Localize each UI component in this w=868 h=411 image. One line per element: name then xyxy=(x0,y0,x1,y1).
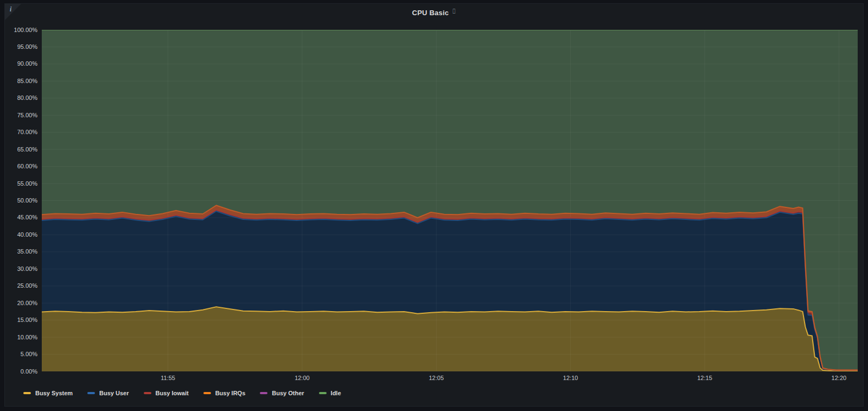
cpu-basic-panel: i CPU Basic ⌷ 100.00%95.00%90.00%85.00%8… xyxy=(4,3,864,407)
legend-item-idle[interactable]: Idle xyxy=(319,390,341,396)
y-tick-label: 100.00% xyxy=(5,27,37,33)
y-tick-label: 75.00% xyxy=(5,112,37,118)
stacked-area-chart xyxy=(42,30,858,371)
y-tick-label: 50.00% xyxy=(5,197,37,204)
y-tick-label: 35.00% xyxy=(5,248,37,255)
x-tick-label: 12:10 xyxy=(563,375,578,381)
y-tick-label: 20.00% xyxy=(5,300,37,306)
panel-header[interactable]: CPU Basic ⌷ xyxy=(5,4,863,21)
legend-item-busy-system[interactable]: Busy System xyxy=(23,390,73,396)
legend: Busy SystemBusy UserBusy IowaitBusy IRQs… xyxy=(23,390,341,396)
x-tick-label: 12:05 xyxy=(429,375,444,381)
legend-swatch-busy-system xyxy=(23,392,31,394)
legend-label-busy-irqs: Busy IRQs xyxy=(215,390,246,396)
legend-label-busy-system: Busy System xyxy=(35,390,73,396)
y-tick-label: 60.00% xyxy=(5,163,37,169)
legend-item-busy-user[interactable]: Busy User xyxy=(87,390,129,396)
x-tick-label: 12:20 xyxy=(832,375,847,381)
legend-swatch-busy-irqs xyxy=(203,392,211,394)
legend-label-busy-iowait: Busy Iowait xyxy=(156,390,189,396)
grafana-panel-page: i CPU Basic ⌷ 100.00%95.00%90.00%85.00%8… xyxy=(0,0,868,411)
gridlines xyxy=(42,30,858,371)
y-tick-label: 5.00% xyxy=(5,351,37,357)
y-tick-label: 80.00% xyxy=(5,94,37,101)
legend-swatch-busy-iowait xyxy=(144,392,151,394)
y-tick-label: 25.00% xyxy=(5,282,37,289)
legend-swatch-busy-other xyxy=(260,392,267,394)
legend-label-busy-user: Busy User xyxy=(99,390,129,396)
legend-swatch-idle xyxy=(319,392,327,394)
info-icon: i xyxy=(10,5,11,14)
y-tick-label: 95.00% xyxy=(5,43,37,50)
chart-plot-area[interactable] xyxy=(42,30,858,371)
legend-item-busy-irqs[interactable]: Busy IRQs xyxy=(203,390,246,396)
y-tick-label: 55.00% xyxy=(5,180,37,187)
y-tick-label: 15.00% xyxy=(5,317,37,323)
legend-label-idle: Idle xyxy=(331,390,341,396)
legend-swatch-busy-user xyxy=(87,392,95,394)
y-tick-label: 45.00% xyxy=(5,214,37,220)
area-busy-system xyxy=(42,307,858,371)
y-tick-label: 10.00% xyxy=(5,334,37,340)
x-tick-label: 12:00 xyxy=(295,375,310,381)
y-tick-label: 40.00% xyxy=(5,231,37,238)
panel-title[interactable]: CPU Basic xyxy=(412,9,449,17)
y-tick-label: 0.00% xyxy=(5,368,37,375)
x-tick-label: 12:15 xyxy=(697,375,712,381)
y-tick-label: 90.00% xyxy=(5,60,37,67)
y-tick-label: 30.00% xyxy=(5,265,37,272)
x-tick-label: 11:55 xyxy=(161,375,175,381)
legend-label-busy-other: Busy Other xyxy=(272,390,304,396)
legend-item-busy-other[interactable]: Busy Other xyxy=(260,390,304,396)
legend-item-busy-iowait[interactable]: Busy Iowait xyxy=(144,390,189,396)
y-tick-label: 85.00% xyxy=(5,78,37,84)
y-tick-label: 70.00% xyxy=(5,129,37,135)
y-tick-label: 65.00% xyxy=(5,146,37,153)
chevron-down-icon: ⌷ xyxy=(452,9,456,14)
